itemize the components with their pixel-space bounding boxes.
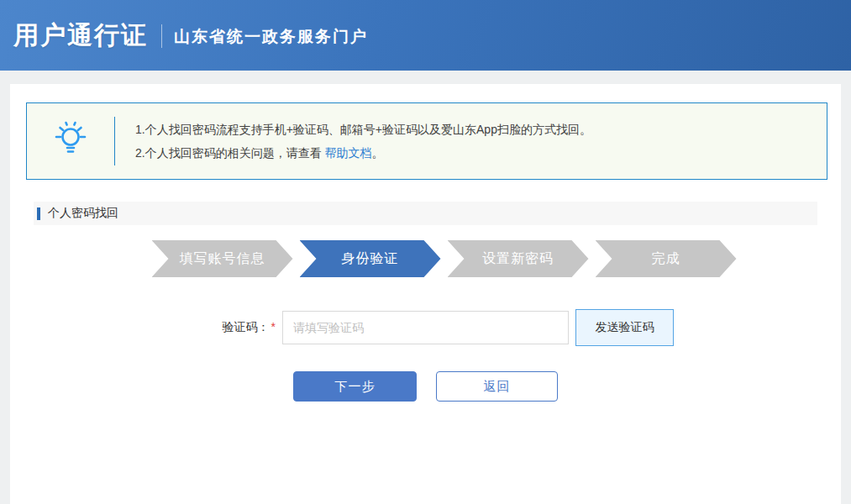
header-divider [161,24,162,48]
section-title: 个人密码找回 [48,206,118,221]
notice-line-1: 1.个人找回密码流程支持手机+验证码、邮箱号+验证码以及爱山东App扫脸的方式找… [135,118,591,141]
notice-box: 1.个人找回密码流程支持手机+验证码、邮箱号+验证码以及爱山东App扫脸的方式找… [26,102,827,180]
verification-code-input[interactable] [282,311,569,344]
step-fill-account-info: 填写账号信息 [152,240,293,277]
step-identity-verification: 身份验证 [300,240,441,277]
notice-line-2-text: 2.个人找回密码的相关问题，请查看 [135,146,325,160]
verification-code-label-text: 验证码： [223,320,270,333]
send-code-button[interactable]: 发送验证码 [575,309,674,346]
section-title-row: 个人密码找回 [34,202,817,225]
notice-text: 1.个人找回密码流程支持手机+验证码、邮箱号+验证码以及爱山东App扫脸的方式找… [115,118,591,165]
lightbulb-icon [53,120,88,162]
main-panel: 1.个人找回密码流程支持手机+验证码、邮箱号+验证码以及爱山东App扫脸的方式找… [10,84,841,504]
notice-icon-zone [27,120,114,162]
notice-line-2: 2.个人找回密码的相关问题，请查看 帮助文档。 [135,141,591,165]
help-doc-link[interactable]: 帮助文档 [325,146,372,160]
action-buttons-row: 下一步 返回 [10,371,841,402]
back-button[interactable]: 返回 [436,371,558,402]
brand-title: 用户通行证 [13,18,148,53]
page-header: 用户通行证 山东省统一政务服务门户 [0,0,851,71]
notice-line-2-period: 。 [372,146,384,160]
next-step-button[interactable]: 下一步 [293,371,417,402]
section-title-accent-bar [37,207,40,220]
required-asterisk: * [271,320,276,333]
verification-code-form-row: 验证码：* 发送验证码 [10,309,841,346]
step-set-new-password: 设置新密码 [448,240,589,277]
verification-code-label: 验证码：* [177,320,276,335]
step-indicator: 填写账号信息 身份验证 设置新密码 完成 [29,240,851,277]
step-complete: 完成 [596,240,737,277]
portal-subtitle: 山东省统一政务服务门户 [174,26,368,48]
